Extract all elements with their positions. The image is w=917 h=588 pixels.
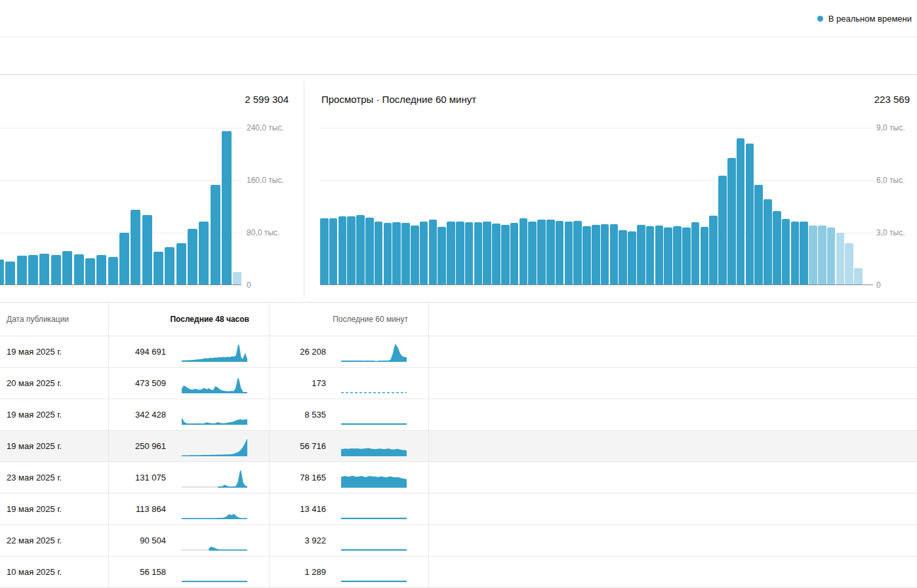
views-48h-value: 113 864 [102,494,166,525]
chart-bar [782,219,790,284]
table-header-row: Дата публикации Последние 48 часов После… [0,303,917,336]
left-chart-total: 2 599 304 [197,94,289,105]
chart-bar [233,272,241,284]
chart-bar [664,227,672,284]
chart-bar [510,223,519,284]
publish-date: 23 мая 2025 г. [7,462,62,494]
realtime-indicator: В реальном времени [817,14,912,24]
table-row[interactable]: 19 мая 2025 г.250 96156 716 [0,431,917,462]
chart-bar [673,226,682,284]
sparkline-60min [341,500,407,520]
sparkline-48h [182,531,247,552]
right-chart-title: Просмотры · Последние 60 минут [321,94,476,105]
column-header-last-60min[interactable]: Последние 60 минут [269,303,408,336]
chart-bar [646,226,655,284]
chart-divider [304,81,304,298]
chart-bar [582,226,591,284]
chart-bar [492,224,500,284]
right-chart-plot-60min[interactable] [320,125,873,285]
views-60min-value: 173 [262,368,326,399]
chart-bar [199,222,209,284]
chart-bar [401,223,410,284]
table-row[interactable]: 10 мая 2025 г.56 1581 289 [0,557,917,588]
views-48h-value: 494 691 [102,336,166,368]
chart-bar [39,254,49,284]
chart-bar [429,220,438,284]
column-divider [269,303,270,588]
table-row[interactable]: 19 мая 2025 г.113 86413 416 [0,494,917,525]
chart-bar [809,225,817,284]
chart-bar [85,258,95,284]
publish-date: 10 мая 2025 г. [7,557,62,588]
table-row[interactable]: 20 мая 2025 г.473 509173 [0,368,917,399]
chart-bar [384,223,392,284]
chart-bar [682,227,691,284]
chart-bar [62,251,72,284]
sparkline-48h [182,405,247,426]
views-60min-value: 26 208 [262,336,326,368]
chart-bar [573,221,582,284]
chart-bar [827,227,836,284]
column-header-last-48h[interactable]: Последние 48 часов [108,303,249,336]
gridline [0,180,241,181]
chart-bar [392,222,401,284]
gridline [320,128,873,128]
table-row[interactable]: 22 мая 2025 г.90 5043 922 [0,525,917,557]
chart-bar [0,260,4,284]
views-60min-value: 1 289 [262,557,326,588]
chart-bar [628,231,636,284]
chart-bar [465,222,474,284]
y-axis-tick-label: 0 [247,281,251,290]
views-60min-value: 78 165 [262,462,326,494]
chart-bar [176,243,186,284]
chart-bar [28,255,38,284]
chart-bar [438,227,446,284]
chart-bar [483,222,491,284]
chart-bar [709,216,718,284]
chart-bar [537,220,546,284]
chart-bar [51,255,61,284]
sparkline-48h [182,342,247,363]
chart-bar [320,218,329,284]
chart-bar [119,233,129,284]
sparkline-60min [341,374,407,395]
chart-bar [764,199,772,284]
sparkline-60min [341,468,407,489]
views-48h-value: 473 509 [102,368,166,399]
chart-bar [691,222,700,284]
sparkline-48h [182,500,247,520]
publish-date: 19 мая 2025 г. [7,399,62,431]
youtube-studio-realtime-page: В реальном времени 2 599 304 Просмотры ·… [0,0,917,588]
top-header-bar: В реальном времени [0,0,917,37]
table-row[interactable]: 23 мая 2025 г.131 07578 165 [0,462,917,494]
y-axis-tick-label: 80,0 тыс. [247,228,279,237]
publish-date: 19 мая 2025 г. [7,494,62,525]
chart-bar [556,221,564,284]
chart-bar [188,229,197,284]
views-48h-value: 56 158 [102,557,166,588]
chart-bar [474,222,483,284]
chart-bar [96,255,106,284]
column-header-publish-date[interactable]: Дата публикации [7,303,69,336]
left-chart-plot-48h[interactable] [0,125,241,285]
table-row[interactable]: 19 мая 2025 г.342 4288 535 [0,399,917,431]
realtime-label: В реальном времени [828,14,912,24]
chart-bar [528,222,537,285]
publish-date: 19 мая 2025 г. [7,431,62,462]
chart-bar [619,230,627,284]
chart-bar [131,210,140,284]
chart-bar [329,218,338,284]
sparkline-60min [341,562,407,583]
views-48h-value: 250 961 [102,431,166,462]
chart-bar [791,222,800,284]
y-axis-tick-label: 240,0 тыс. [247,123,284,132]
chart-bar [565,222,573,284]
chart-bar [637,225,645,284]
table-row[interactable]: 19 мая 2025 г.494 69126 208 [0,336,917,368]
chart-bar [818,225,826,284]
gridline [0,128,241,128]
chart-bar [773,211,781,285]
chart-bar [737,138,745,284]
chart-bar [411,225,419,284]
chart-bar [746,144,754,285]
